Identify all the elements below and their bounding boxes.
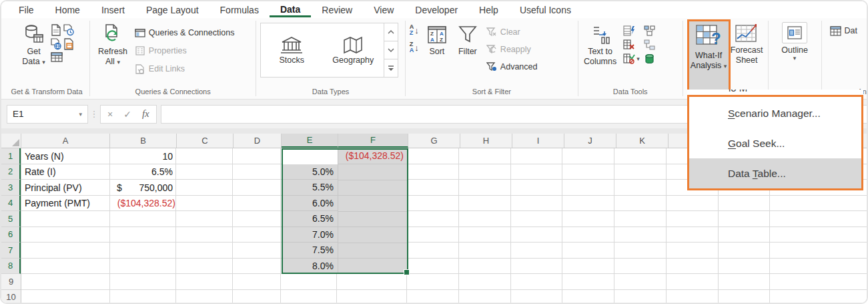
menu-item-data-table[interactable]: Data Table... — [689, 158, 861, 188]
cell-e4[interactable]: 6.0% — [282, 196, 338, 212]
cell-a4[interactable]: Payment (PMT) — [21, 196, 110, 212]
data-analysis-button-partial[interactable]: Dat — [823, 18, 867, 38]
tab-review[interactable]: Review — [311, 3, 363, 17]
column-header-i[interactable]: I — [512, 134, 564, 148]
cell-e6[interactable]: 7.0% — [282, 227, 338, 243]
edit-links-button[interactable]: Edit Links — [134, 61, 235, 76]
forecast-sheet-icon — [735, 21, 759, 45]
selected-range-f2-f8[interactable] — [338, 164, 408, 275]
reapply-filter-button[interactable]: Reapply — [486, 42, 538, 57]
queries-connections-button[interactable]: Queries & Connections — [134, 25, 235, 40]
name-box[interactable]: E1 ▾ — [7, 105, 88, 124]
group-separator — [578, 21, 578, 96]
insert-function-icon[interactable]: fx — [142, 108, 149, 120]
column-header-d[interactable]: D — [234, 134, 282, 148]
menu-item-scenario-manager[interactable]: Scenario Manager... — [689, 98, 861, 128]
row-header-1[interactable]: 1 — [1, 148, 21, 164]
tab-help[interactable]: Help — [468, 3, 509, 17]
cell-a3[interactable]: Principal (PV) — [21, 180, 110, 196]
text-to-columns-button[interactable]: Text to Columns — [581, 21, 619, 68]
sort-descending-button[interactable]: ZA ↓ — [410, 41, 419, 53]
relationships-icon[interactable] — [644, 39, 655, 50]
cell-f1[interactable]: ($104,328.52) — [338, 148, 408, 164]
tab-view[interactable]: View — [363, 3, 404, 17]
existing-connections-icon[interactable] — [51, 52, 74, 62]
properties-button[interactable]: Properties — [134, 43, 235, 58]
sort-button[interactable]: ZAAZ Sort — [424, 21, 450, 58]
cancel-icon[interactable]: × — [107, 109, 113, 120]
get-data-button[interactable]: Get Data ▾ — [19, 21, 47, 68]
formula-bar-divider[interactable]: ⋮ — [88, 109, 100, 119]
row-header-7[interactable]: 7 — [1, 243, 21, 259]
tab-home[interactable]: Home — [45, 3, 91, 17]
clear-filter-button[interactable]: Clear — [486, 25, 538, 39]
select-all-corner[interactable] — [1, 134, 21, 148]
what-if-analysis-button[interactable]: ? What-If Analysis ▾ — [687, 19, 731, 92]
from-web-icon[interactable] — [51, 38, 61, 50]
row-header-5[interactable]: 5 — [1, 211, 21, 227]
tab-data[interactable]: Data — [270, 2, 311, 17]
column-header-g[interactable]: G — [408, 134, 460, 148]
advanced-filter-button[interactable]: Advanced — [486, 59, 538, 74]
what-if-analysis-icon: ? — [695, 21, 722, 51]
cell-a2[interactable]: Rate (I) — [21, 164, 110, 180]
enter-check-icon[interactable]: ✓ — [123, 109, 131, 120]
tab-formulas[interactable]: Formulas — [209, 3, 270, 17]
tab-useful-icons[interactable]: Useful Icons — [509, 3, 582, 17]
geography-card[interactable]: Geography — [322, 23, 384, 77]
cell-e5[interactable]: 6.5% — [282, 211, 338, 227]
cell-e7[interactable]: 7.5% — [282, 243, 338, 259]
column-header-f[interactable]: F — [338, 134, 408, 148]
recent-sources-icon[interactable] — [63, 24, 74, 36]
cell-b4[interactable]: ($104,328.52) — [110, 196, 177, 212]
cell-a1[interactable]: Years (N) — [21, 148, 110, 164]
consolidate-icon[interactable] — [644, 25, 655, 36]
cell-e2[interactable]: 5.0% — [282, 164, 338, 180]
cell-b2[interactable]: 6.5% — [110, 164, 177, 180]
menu-item-goal-seek[interactable]: Goal Seek... — [689, 128, 861, 158]
cell-e3[interactable]: 5.5% — [282, 180, 338, 196]
row-header-10[interactable]: 10 — [1, 290, 21, 303]
column-header-b[interactable]: B — [110, 134, 177, 148]
column-header-k[interactable]: K — [616, 134, 669, 148]
refresh-all-button[interactable]: Refresh All ▾ — [95, 21, 130, 68]
row-header-9[interactable]: 9 — [1, 274, 21, 290]
group-sort-filter: AZ ↓ ZA ↓ ZAAZ Sort — [407, 18, 576, 99]
cell-b3[interactable]: $ 750,000 — [110, 180, 177, 196]
column-header-j[interactable]: J — [564, 134, 616, 148]
column-header-e[interactable]: E — [282, 134, 338, 148]
row-header-6[interactable]: 6 — [1, 227, 21, 243]
forecast-sheet-button[interactable]: Forecast Sheet — [727, 18, 767, 67]
from-text-csv-icon[interactable] — [51, 24, 61, 36]
manage-data-model-icon[interactable] — [644, 53, 655, 64]
stocks-card[interactable]: Stocks — [261, 23, 322, 77]
tab-developer[interactable]: Developer — [404, 3, 468, 17]
data-validation-button[interactable]: ▾ — [623, 53, 640, 64]
data-types-scroll-down-icon[interactable] — [384, 41, 398, 59]
name-box-caret-icon[interactable]: ▾ — [79, 111, 82, 118]
filter-button[interactable]: Filter — [455, 21, 480, 58]
tab-page-layout[interactable]: Page Layout — [135, 3, 209, 17]
outline-button[interactable]: Outline ▾ — [770, 18, 820, 62]
row-header-2[interactable]: 2 — [1, 164, 21, 180]
column-header-h[interactable]: H — [460, 134, 512, 148]
sort-ascending-button[interactable]: AZ ↓ — [410, 24, 419, 36]
flash-fill-icon[interactable] — [623, 25, 640, 36]
column-header-c[interactable]: C — [177, 134, 234, 148]
outline-icon — [782, 22, 807, 43]
row-header-3[interactable]: 3 — [1, 180, 21, 196]
cell-b1[interactable]: 10 — [110, 148, 177, 164]
tab-file[interactable]: File — [8, 3, 45, 17]
data-types-more-icon[interactable] — [384, 59, 398, 77]
row-header-8[interactable]: 8 — [1, 259, 21, 275]
remove-duplicates-icon[interactable] — [623, 39, 640, 50]
svg-text:A: A — [440, 31, 444, 37]
active-cell-e1[interactable] — [282, 148, 338, 164]
row-header-4[interactable]: 4 — [1, 196, 21, 212]
sort-dialog-icon: ZAAZ — [427, 23, 447, 47]
from-table-range-icon[interactable] — [63, 38, 74, 50]
cell-e8[interactable]: 8.0% — [282, 259, 338, 275]
data-types-scroll-up-icon[interactable] — [384, 23, 398, 41]
column-header-a[interactable]: A — [21, 134, 110, 148]
tab-insert[interactable]: Insert — [91, 3, 135, 17]
